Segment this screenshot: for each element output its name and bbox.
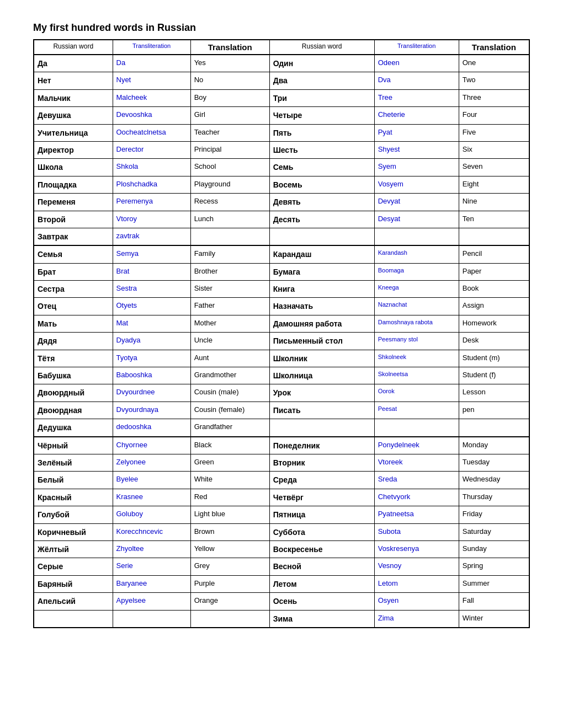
translit-left: Byelee bbox=[113, 472, 190, 489]
russian-word-left: Зелёный bbox=[34, 454, 113, 471]
translation-left: Brother bbox=[190, 263, 269, 280]
russian-word-right: Урок bbox=[269, 384, 374, 402]
russian-word-right: Весной bbox=[269, 558, 374, 575]
russian-word-right: Школница bbox=[269, 367, 374, 384]
translation-right: Desk bbox=[459, 333, 529, 350]
translation-left: Red bbox=[190, 489, 269, 506]
translation-right: Two bbox=[459, 72, 529, 89]
translation-right: Sunday bbox=[459, 540, 529, 558]
russian-word-left: Площадка bbox=[34, 176, 113, 193]
translit-left: Da bbox=[113, 55, 190, 72]
translit-left: Apyelsee bbox=[113, 593, 190, 610]
translit-right: Chetvyork bbox=[374, 489, 459, 506]
translit-left: Devooshka bbox=[113, 107, 190, 124]
russian-word-right: Вторник bbox=[269, 454, 374, 471]
russian-word-left: Школа bbox=[34, 159, 113, 176]
translation-right: Student (m) bbox=[459, 350, 529, 367]
translation-right: Book bbox=[459, 281, 529, 298]
russian-word-left: Отец bbox=[34, 298, 113, 315]
translation-left: Girl bbox=[190, 107, 269, 124]
translit-right: Kneega bbox=[374, 281, 459, 298]
translation-right: Homework bbox=[459, 315, 529, 332]
translit-left: Brat bbox=[113, 263, 190, 280]
translit-left: Babooshka bbox=[113, 367, 190, 384]
translation-right: Summer bbox=[459, 575, 529, 592]
translation-right: Saturday bbox=[459, 523, 529, 540]
russian-word-left: Мальчик bbox=[34, 89, 113, 106]
col-header-translation-1: Translation bbox=[190, 40, 269, 55]
translit-left: Goluboy bbox=[113, 506, 190, 523]
translit-left: zavtrak bbox=[113, 228, 190, 245]
russian-word-right bbox=[269, 228, 374, 245]
translation-right: Friday bbox=[459, 506, 529, 523]
translit-left: Chyornee bbox=[113, 437, 190, 454]
translation-right: Assign bbox=[459, 298, 529, 315]
translation-left: Mother bbox=[190, 315, 269, 332]
translation-left: Cousin (female) bbox=[190, 402, 269, 419]
translit-left: Shkola bbox=[113, 159, 190, 176]
russian-word-right: Осень bbox=[269, 593, 374, 610]
russian-word-right: Зима bbox=[269, 610, 374, 628]
translation-left: Black bbox=[190, 437, 269, 454]
translation-right: Fall bbox=[459, 593, 529, 610]
translit-left: Otyets bbox=[113, 298, 190, 315]
translation-left: Yellow bbox=[190, 540, 269, 558]
translit-right: Sreda bbox=[374, 472, 459, 489]
translation-right: Wednesday bbox=[459, 472, 529, 489]
russian-word-left: Семья bbox=[34, 245, 113, 263]
russian-word-left: Второй bbox=[34, 211, 113, 228]
translation-right: Winter bbox=[459, 610, 529, 628]
translit-right: Peesmany stol bbox=[374, 333, 459, 350]
translation-right: Nine bbox=[459, 194, 529, 211]
russian-word-right: Четыре bbox=[269, 107, 374, 124]
translation-right: Lesson bbox=[459, 384, 529, 402]
russian-word-right: Письменный стол bbox=[269, 333, 374, 350]
russian-word-right: Среда bbox=[269, 472, 374, 489]
translation-right: Six bbox=[459, 141, 529, 158]
russian-word-right: Десять bbox=[269, 211, 374, 228]
russian-word-left: Чёрный bbox=[34, 437, 113, 454]
russian-word-right: Шесть bbox=[269, 141, 374, 158]
russian-word-left: Переменя bbox=[34, 194, 113, 211]
translit-right: Ponydelneek bbox=[374, 437, 459, 454]
translation-right: Tuesday bbox=[459, 454, 529, 471]
translation-left: White bbox=[190, 472, 269, 489]
translit-left: Ploshchadka bbox=[113, 176, 190, 193]
translation-left: School bbox=[190, 159, 269, 176]
russian-word-right: Один bbox=[269, 55, 374, 72]
translit-right: Tree bbox=[374, 89, 459, 106]
translit-left: Oocheatclnetsa bbox=[113, 124, 190, 141]
russian-word-left: Дядя bbox=[34, 333, 113, 350]
translit-left: Peremenya bbox=[113, 194, 190, 211]
col-header-russian-1: Russian word bbox=[34, 40, 113, 55]
russian-word-right: Карандаш bbox=[269, 245, 374, 263]
russian-word-left: Да bbox=[34, 55, 113, 72]
translit-left: Semya bbox=[113, 245, 190, 263]
translation-left: Grandmother bbox=[190, 367, 269, 384]
translit-right: Zima bbox=[374, 610, 459, 628]
russian-word-right: Пять bbox=[269, 124, 374, 141]
translation-left bbox=[190, 228, 269, 245]
translit-left: Dyadya bbox=[113, 333, 190, 350]
translit-left: dedooshka bbox=[113, 419, 190, 437]
translit-right: Pyatneetsa bbox=[374, 506, 459, 523]
translit-right: Dva bbox=[374, 72, 459, 89]
translit-right: Vosyem bbox=[374, 176, 459, 193]
translation-right bbox=[459, 228, 529, 245]
translit-right: Osyen bbox=[374, 593, 459, 610]
translation-left: Sister bbox=[190, 281, 269, 298]
translation-right: Eight bbox=[459, 176, 529, 193]
translation-right: Student (f) bbox=[459, 367, 529, 384]
russian-word-right: Три bbox=[269, 89, 374, 106]
russian-word-left: Брат bbox=[34, 263, 113, 280]
translation-left: Light blue bbox=[190, 506, 269, 523]
russian-word-right: Писать bbox=[269, 402, 374, 419]
translit-right bbox=[374, 228, 459, 245]
translit-left: Korecchnceviс bbox=[113, 523, 190, 540]
translation-left: Grandfather bbox=[190, 419, 269, 437]
translit-left: Baryanee bbox=[113, 575, 190, 592]
russian-word-right: Назначать bbox=[269, 298, 374, 315]
translation-left: Family bbox=[190, 245, 269, 263]
translation-left: Uncle bbox=[190, 333, 269, 350]
translit-left: Serie bbox=[113, 558, 190, 575]
